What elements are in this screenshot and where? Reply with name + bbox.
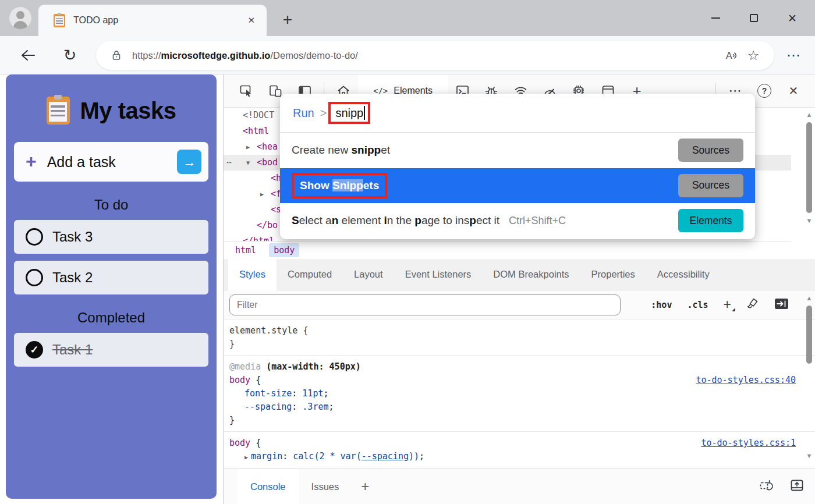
text-cursor	[364, 106, 365, 120]
task-label: Task 3	[52, 229, 93, 245]
elements-scrollbar[interactable]: ▲ ▼	[804, 111, 814, 234]
inspect-element-icon[interactable]	[232, 74, 261, 108]
task-item[interactable]: Task 3	[14, 220, 208, 254]
tab-dom-breakpoints[interactable]: DOM Breakpoints	[482, 259, 580, 290]
css-property[interactable]: --spacing: .3rem;	[229, 400, 815, 414]
scroll-up-icon[interactable]: ▲	[806, 111, 813, 119]
address-bar[interactable]: https://microsoftedge.github.io/Demos/de…	[96, 41, 774, 70]
css-property[interactable]: font-size: 11pt;	[229, 387, 815, 400]
style-rule: to-do-styles.css:1body {▶margin: calc(2 …	[224, 431, 815, 468]
add-task-form[interactable]: + Add a task →	[14, 142, 208, 182]
favorites-star-icon[interactable]: ☆	[743, 45, 764, 66]
panel-badge: Sources	[678, 139, 743, 162]
drawer-tab-issues[interactable]: Issues	[299, 469, 352, 504]
tab-close-icon[interactable]: ✕	[244, 13, 258, 27]
expand-arrow-icon[interactable]: ▶	[260, 186, 264, 202]
browser-window: TODO app ✕ + ✕ ↻ https://microsoftedge.g…	[0, 0, 815, 504]
drawer-tab-console[interactable]: Console	[238, 469, 299, 504]
task-label: Task 1	[52, 342, 93, 358]
window-controls: ✕	[696, 0, 812, 36]
panel-badge: Sources	[678, 174, 743, 197]
task-unchecked-icon[interactable]	[26, 269, 43, 286]
task-item[interactable]: ✓Task 1	[14, 333, 208, 367]
window-close-button[interactable]: ✕	[773, 0, 812, 36]
tab-accessibility[interactable]: Accessibility	[646, 259, 721, 290]
breadcrumb-item[interactable]: body	[269, 243, 299, 257]
scroll-up-icon[interactable]: ▲	[806, 294, 813, 302]
console-drawer: ConsoleIssues +	[224, 468, 815, 504]
browser-tab[interactable]: TODO app ✕	[38, 5, 267, 36]
tab-properties[interactable]: Properties	[580, 259, 646, 290]
command-item[interactable]: Show SnippetsSources	[280, 168, 755, 204]
run-mode-label: Run	[293, 107, 314, 120]
lock-icon	[111, 49, 122, 61]
command-item[interactable]: Create new snippetSources	[280, 133, 755, 168]
styles-toolbar: :hov .cls +	[224, 290, 815, 320]
todo-section-title: Completed	[6, 310, 217, 326]
submit-task-button[interactable]: →	[177, 150, 201, 174]
back-button[interactable]	[17, 45, 38, 66]
expand-arrow-icon[interactable]: ▼	[246, 155, 250, 171]
task-item[interactable]: Task 2	[14, 261, 208, 294]
add-drawer-tab-icon[interactable]: +	[361, 478, 369, 495]
sidebar-tabs: StylesComputedLayoutEvent ListenersDOM B…	[224, 259, 815, 290]
profile-avatar-icon[interactable]	[9, 7, 31, 29]
mode-separator: >	[320, 107, 327, 120]
new-style-rule-icon[interactable]: +	[724, 298, 731, 311]
maximize-button[interactable]	[735, 0, 773, 36]
refresh-button[interactable]: ↻	[59, 45, 80, 66]
todo-app: My tasks + Add a task → To doTask 3Task …	[6, 74, 217, 499]
task-unchecked-icon[interactable]	[26, 228, 43, 246]
toggle-hover-state-button[interactable]: :hov	[651, 300, 672, 310]
minimize-button[interactable]	[696, 0, 735, 36]
more-actions-icon[interactable]: ⋯	[226, 155, 231, 171]
style-rule: @media (max-width: 450px)to-do-styles.cs…	[224, 355, 815, 431]
scrollbar-thumb[interactable]	[806, 306, 812, 364]
styles-filter-input[interactable]	[229, 294, 621, 315]
expand-arrow-icon[interactable]: ▶	[246, 139, 250, 155]
task-lists: To doTask 3Task 2Completed✓Task 1	[6, 197, 217, 367]
tab-computed[interactable]: Computed	[277, 259, 343, 290]
styles-scrollbar[interactable]: ▲ ▼	[804, 294, 814, 460]
scroll-down-icon[interactable]: ▼	[806, 452, 813, 460]
browser-menu-icon[interactable]: ⋯	[784, 45, 805, 66]
breadcrumb-item[interactable]: html	[231, 243, 261, 257]
add-task-input[interactable]: Add a task	[47, 154, 177, 171]
command-input[interactable]: Run > snipp	[280, 94, 755, 133]
tab-layout[interactable]: Layout	[343, 259, 394, 290]
tab-styles[interactable]: Styles	[228, 259, 277, 290]
css-property[interactable]: ▶margin: calc(2 * var(--spacing));	[229, 450, 815, 464]
tab-title: TODO app	[73, 15, 244, 26]
browser-titlebar: TODO app ✕ + ✕	[0, 0, 815, 36]
task-label: Task 2	[52, 269, 93, 286]
devtools-close-icon[interactable]: ✕	[779, 74, 808, 108]
url-text: https://microsoftedge.github.io/Demos/de…	[132, 50, 722, 61]
plus-icon: +	[26, 152, 37, 171]
read-aloud-icon[interactable]: A	[722, 45, 743, 66]
todo-header: My tasks	[6, 97, 217, 125]
stylesheet-link[interactable]: to-do-styles.css:1	[701, 436, 796, 450]
panel-badge: Elements	[678, 209, 743, 232]
dom-breadcrumb: htmlbody	[224, 241, 791, 259]
stylesheet-link[interactable]: to-do-styles.css:40	[696, 374, 796, 387]
browser-toolbar: ↻ https://microsoftedge.github.io/Demos/…	[0, 36, 815, 74]
toggle-classes-button[interactable]: .cls	[687, 300, 708, 310]
rendering-brush-icon[interactable]	[746, 297, 759, 313]
tab-favicon-clipboard-icon	[54, 14, 65, 27]
scrollbar-thumb[interactable]	[806, 122, 812, 213]
task-checked-icon[interactable]: ✓	[26, 341, 43, 359]
refresh-panel-icon[interactable]	[759, 479, 774, 494]
todo-section-title: To do	[6, 197, 217, 213]
command-item[interactable]: Select an element in the page to inspect…	[280, 203, 755, 239]
page-content: My tasks + Add a task → To doTask 3Task …	[0, 74, 223, 504]
command-results: Create new snippetSourcesShow SnippetsSo…	[280, 133, 755, 239]
scroll-down-icon[interactable]: ▼	[806, 216, 813, 225]
new-tab-button[interactable]: +	[276, 8, 299, 31]
expand-quick-view-icon[interactable]	[790, 479, 804, 494]
toggle-sidebar-icon[interactable]	[774, 298, 789, 312]
tab-event-listeners[interactable]: Event Listeners	[394, 259, 483, 290]
shortcut-hint: Ctrl+Shift+C	[509, 215, 566, 227]
clipboard-icon	[47, 97, 70, 125]
annotation-box: snipp	[328, 102, 370, 124]
svg-text:A: A	[726, 51, 732, 61]
